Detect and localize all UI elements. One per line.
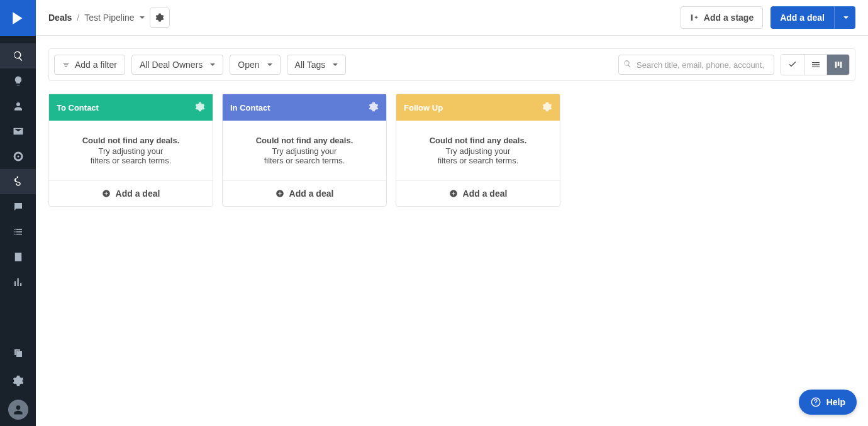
stage-empty-state: Could not find any deals. Try adjusting …: [223, 121, 386, 181]
view-check-button[interactable]: [781, 55, 804, 75]
dollar-icon: [13, 176, 24, 187]
chevron-down-icon: [843, 16, 849, 19]
help-label: Help: [826, 397, 845, 407]
gear-icon: [369, 102, 379, 112]
nav-settings[interactable]: [0, 368, 36, 393]
stage-title: In Contact: [230, 103, 270, 112]
empty-title: Could not find any deals.: [231, 136, 377, 145]
stage-settings-button[interactable]: [542, 102, 552, 114]
add-deal-label: Add a deal: [780, 13, 825, 23]
pipeline-board: To Contact Could not find any deals. Try…: [36, 94, 868, 219]
nav-duplicate[interactable]: [0, 341, 36, 366]
gear-icon: [13, 375, 24, 386]
add-deal-dropdown[interactable]: [834, 6, 855, 29]
empty-line: Try adjusting your: [446, 146, 511, 156]
nav-search[interactable]: [0, 43, 36, 68]
chevron-down-icon: [140, 16, 145, 19]
search-wrapper: [618, 55, 774, 75]
status-filter[interactable]: Open: [230, 55, 280, 75]
target-icon: [13, 151, 24, 162]
check-icon: [787, 60, 798, 70]
help-icon: [810, 396, 821, 408]
view-switch: [781, 54, 850, 75]
nav-comment[interactable]: [0, 194, 36, 219]
stage-settings-button[interactable]: [195, 102, 205, 114]
gear-icon: [155, 13, 164, 22]
contacts-icon: [13, 101, 24, 112]
plus-circle-icon: [275, 189, 284, 198]
breadcrumb: Deals / Test Pipeline: [48, 8, 170, 28]
add-stage-label: Add a stage: [704, 13, 754, 23]
nav-target[interactable]: [0, 144, 36, 169]
stage-title: Follow Up: [404, 103, 443, 112]
nav-avatar[interactable]: [8, 400, 28, 420]
gear-icon: [542, 102, 552, 112]
stage-header[interactable]: Follow Up: [396, 94, 560, 121]
list-icon: [811, 60, 821, 70]
status-filter-label: Open: [238, 60, 259, 70]
pipeline-name: Test Pipeline: [84, 13, 134, 23]
view-list-button[interactable]: [804, 55, 826, 75]
stage-add-deal-button[interactable]: Add a deal: [223, 181, 386, 206]
nav-lightbulb[interactable]: [0, 68, 36, 94]
app-logo[interactable]: [0, 0, 36, 36]
nav-form[interactable]: [0, 244, 36, 270]
sidebar: [0, 0, 36, 426]
stage-add-deal-button[interactable]: Add a deal: [49, 181, 213, 206]
add-column-icon: [690, 13, 699, 22]
lightbulb-icon: [13, 75, 24, 87]
breadcrumb-sep: /: [77, 13, 79, 23]
svg-point-1: [815, 404, 816, 405]
nav-reports[interactable]: [0, 270, 36, 295]
pipeline-selector[interactable]: Test Pipeline: [84, 13, 144, 23]
form-icon: [13, 251, 24, 263]
stage-header[interactable]: In Contact: [223, 94, 386, 121]
nav-list[interactable]: [0, 219, 36, 244]
plus-circle-icon: [102, 189, 111, 198]
empty-line: filters or search terms.: [91, 156, 172, 165]
breadcrumb-root[interactable]: Deals: [48, 13, 72, 23]
add-filter-button[interactable]: Add a filter: [54, 55, 125, 75]
search-icon: [623, 60, 632, 70]
view-board-button[interactable]: [826, 55, 849, 75]
mail-icon: [13, 126, 24, 137]
stage-column: To Contact Could not find any deals. Try…: [48, 94, 213, 207]
add-deal-button[interactable]: Add a deal: [771, 6, 834, 29]
copy-icon: [13, 347, 24, 359]
stage-add-deal-button[interactable]: Add a deal: [396, 181, 560, 206]
owner-filter-label: All Deal Owners: [140, 60, 203, 70]
gear-icon: [195, 102, 205, 112]
nav-mail[interactable]: [0, 119, 36, 144]
empty-line: Try adjusting your: [99, 146, 164, 156]
empty-line: filters or search terms.: [438, 156, 519, 165]
stage-add-deal-label: Add a deal: [116, 188, 160, 199]
chart-icon: [13, 276, 24, 288]
chevron-down-icon: [210, 63, 215, 66]
plus-circle-icon: [449, 189, 458, 198]
stage-header[interactable]: To Contact: [49, 94, 213, 121]
chevron-down-icon: [333, 63, 338, 66]
stage-add-deal-label: Add a deal: [463, 188, 508, 199]
filter-toolbar: Add a filter All Deal Owners Open All Ta…: [48, 48, 855, 81]
pipeline-settings-button[interactable]: [150, 8, 170, 28]
nav-contacts[interactable]: [0, 94, 36, 119]
search-input[interactable]: [618, 55, 774, 75]
nav-deals[interactable]: [0, 169, 36, 194]
add-stage-button[interactable]: Add a stage: [681, 6, 763, 29]
comment-icon: [13, 201, 24, 212]
stage-settings-button[interactable]: [369, 102, 379, 114]
stage-add-deal-label: Add a deal: [289, 188, 334, 199]
add-filter-label: Add a filter: [75, 60, 117, 70]
tags-filter[interactable]: All Tags: [287, 55, 347, 75]
stage-empty-state: Could not find any deals. Try adjusting …: [49, 121, 213, 181]
board-icon: [833, 60, 843, 70]
chevron-down-icon: [267, 63, 272, 66]
person-icon: [12, 403, 25, 416]
owner-filter[interactable]: All Deal Owners: [131, 55, 223, 75]
sliders-icon: [62, 61, 70, 68]
search-icon: [13, 50, 24, 62]
empty-title: Could not find any deals.: [405, 136, 551, 145]
help-button[interactable]: Help: [799, 390, 857, 415]
stage-title: To Contact: [57, 103, 99, 112]
list-icon: [13, 226, 24, 238]
